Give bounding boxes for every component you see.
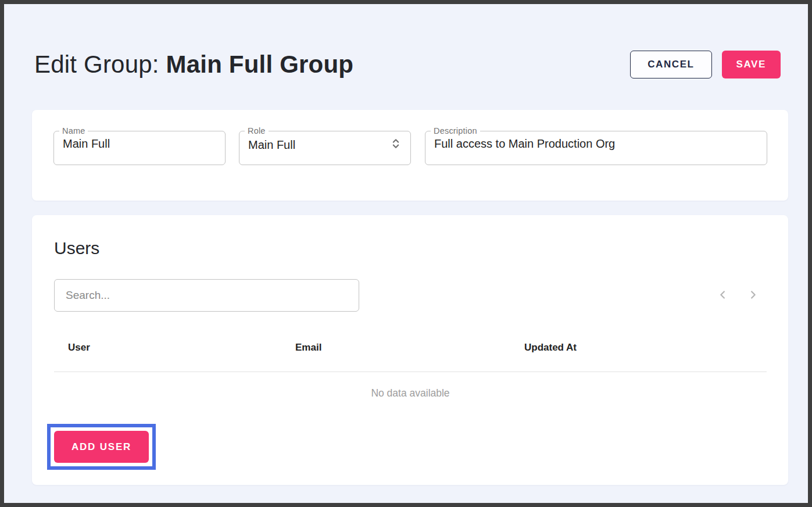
role-field-label: Role [245, 127, 269, 135]
page-title-group-name: Main Full Group [166, 51, 354, 78]
description-input[interactable] [425, 135, 767, 151]
group-form-card: Name Role Main Full Description [32, 110, 788, 201]
column-header-email: Email [295, 342, 321, 354]
add-user-button[interactable]: ADD USER [54, 431, 149, 463]
role-select[interactable]: Main Full [239, 135, 410, 152]
add-user-highlight-box: ADD USER [47, 424, 156, 470]
column-header-user: User [68, 342, 90, 354]
chevron-left-icon [717, 288, 729, 303]
name-input[interactable] [54, 135, 225, 151]
description-field-outline: Description [425, 127, 767, 165]
users-card: Users User Email Updated [32, 215, 788, 485]
page-title: Edit Group: Main Full Group [34, 51, 353, 78]
header-actions: CANCEL SAVE [630, 51, 781, 78]
column-header-updated-at: Updated At [524, 342, 577, 354]
users-heading: Users [54, 238, 99, 258]
search-input[interactable] [54, 279, 359, 312]
chevron-right-icon [746, 288, 759, 303]
next-page-button[interactable] [741, 284, 764, 307]
prev-page-button[interactable] [711, 284, 735, 307]
role-field-outline: Role Main Full [239, 127, 411, 165]
save-button[interactable]: SAVE [722, 51, 781, 78]
role-selected-value: Main Full [248, 138, 295, 152]
name-field-outline: Name [53, 127, 226, 165]
name-field-label: Name [59, 127, 88, 135]
description-field-label: Description [431, 127, 480, 135]
edit-group-page: Edit Group: Main Full Group CANCEL SAVE … [0, 0, 812, 507]
page-title-prefix: Edit Group: [34, 51, 166, 78]
page-header: Edit Group: Main Full Group CANCEL SAVE [34, 48, 781, 81]
pagination [711, 284, 764, 307]
users-table-header: User Email Updated At [32, 342, 788, 356]
cancel-button[interactable]: CANCEL [630, 51, 711, 78]
empty-table-message: No data available [54, 387, 767, 399]
unfold-more-icon [390, 137, 402, 152]
table-divider [54, 372, 767, 372]
